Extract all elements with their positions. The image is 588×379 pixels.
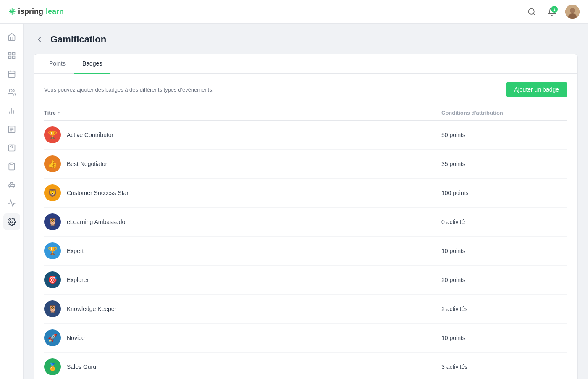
- groups-icon: [8, 181, 16, 189]
- sidebar-item-quiz[interactable]: [3, 139, 20, 156]
- badge-row[interactable]: 🎯 Explorer 20 points: [44, 266, 567, 295]
- badge-name-1: Best Negotiator: [67, 161, 108, 167]
- badge-name-7: Novice: [67, 334, 85, 341]
- badge-condition-0: 50 points: [441, 132, 567, 138]
- svg-point-27: [10, 221, 13, 223]
- svg-rect-7: [8, 56, 11, 59]
- badge-row[interactable]: 👍 Best Negotiator 35 points: [44, 150, 567, 179]
- assignments-icon: [8, 162, 16, 171]
- badge-icon-2: 🦁: [44, 184, 61, 201]
- badge-icon-6: 🦉: [44, 300, 61, 317]
- svg-rect-9: [8, 71, 15, 77]
- column-title-header: Titre ↑: [44, 110, 441, 116]
- users-icon: [8, 88, 16, 97]
- sidebar-item-groups[interactable]: [3, 176, 20, 193]
- header-actions: 2: [525, 5, 580, 19]
- badge-icon-8: 🏅: [44, 358, 61, 375]
- sort-arrow-icon: ↑: [58, 110, 60, 116]
- badge-name-8: Sales Guru: [67, 363, 96, 370]
- column-conditions-header: Conditions d'attribution: [441, 110, 567, 116]
- page-header: Gamification: [34, 34, 578, 45]
- badge-condition-4: 10 points: [441, 247, 567, 254]
- tab-badges[interactable]: Badges: [74, 54, 110, 74]
- badge-info: 🦁 Customer Success Star: [44, 184, 441, 201]
- badge-icon-3: 🦉: [44, 213, 61, 230]
- avatar-svg: [565, 5, 580, 19]
- badge-condition-3: 0 activité: [441, 218, 567, 225]
- sidebar-item-settings[interactable]: [3, 213, 20, 230]
- badges-table: Titre ↑ Conditions d'attribution 🏆 Activ…: [34, 105, 578, 379]
- avatar[interactable]: [565, 5, 580, 19]
- badge-name-2: Customer Success Star: [67, 190, 129, 196]
- badge-icon-1: 👍: [44, 155, 61, 172]
- courses-icon: [8, 51, 16, 60]
- badge-condition-1: 35 points: [441, 161, 567, 167]
- back-button[interactable]: [34, 34, 45, 45]
- badge-icon-0: 🏆: [44, 126, 61, 143]
- badge-info: 🚀 Novice: [44, 329, 441, 346]
- sidebar-item-reports[interactable]: [3, 103, 20, 119]
- gamification-card: Points Badges Vous pouvez ajouter des ba…: [34, 54, 578, 379]
- search-icon: [528, 8, 536, 16]
- quiz-icon: [8, 144, 16, 152]
- badge-row[interactable]: 🚀 Novice 10 points: [44, 324, 567, 353]
- settings-icon: [8, 218, 16, 226]
- badge-info: 🏆 Expert: [44, 242, 441, 259]
- tabs-container: Points Badges: [34, 54, 578, 74]
- svg-point-0: [529, 8, 534, 14]
- content-area: Gamification Points Badges Vous pouvez a…: [24, 24, 588, 379]
- badge-info: 🏆 Active Contributor: [44, 126, 441, 143]
- badge-row[interactable]: 🦁 Customer Success Star 100 points: [44, 179, 567, 208]
- page-title: Gamification: [50, 34, 106, 45]
- logo-learn-text: learn: [46, 7, 64, 16]
- search-button[interactable]: [525, 5, 538, 18]
- badge-name-3: eLearning Ambassador: [67, 218, 127, 225]
- sidebar-item-announcements[interactable]: [3, 195, 20, 212]
- logo-ispring-text: ispring: [18, 7, 43, 16]
- add-badge-button[interactable]: Ajouter un badge: [506, 82, 567, 97]
- badge-condition-8: 3 activités: [441, 363, 567, 370]
- notifications-button[interactable]: 2: [545, 5, 559, 18]
- badges-toolbar: Vous pouvez ajouter des badges à des dif…: [34, 74, 578, 105]
- badge-icon-5: 🎯: [44, 271, 61, 288]
- badge-name-4: Expert: [67, 247, 84, 254]
- badge-name-0: Active Contributor: [67, 132, 113, 138]
- badge-info: 🏅 Sales Guru: [44, 358, 441, 375]
- badge-condition-2: 100 points: [441, 190, 567, 196]
- app-header: ✳ ispring learn 2: [0, 0, 588, 24]
- avatar-image: [565, 5, 580, 19]
- main-layout: Gamification Points Badges Vous pouvez a…: [0, 24, 588, 379]
- back-icon: [35, 35, 44, 44]
- logo: ✳ ispring learn: [8, 7, 64, 17]
- badge-row[interactable]: 🏆 Expert 10 points: [44, 237, 567, 266]
- svg-rect-5: [8, 53, 11, 55]
- sidebar-item-catalog[interactable]: [3, 121, 20, 138]
- badge-info: 🦉 Knowledge Keeper: [44, 300, 441, 317]
- badge-row[interactable]: 🏆 Active Contributor 50 points: [44, 121, 567, 150]
- badge-info: 🦉 eLearning Ambassador: [44, 213, 441, 230]
- badge-row[interactable]: 🦉 Knowledge Keeper 2 activités: [44, 295, 567, 324]
- sidebar-item-courses[interactable]: [3, 47, 20, 64]
- home-icon: [8, 33, 16, 41]
- sidebar-item-home[interactable]: [3, 29, 20, 45]
- badge-name-6: Knowledge Keeper: [67, 305, 116, 312]
- announcements-icon: [8, 199, 16, 208]
- svg-point-3: [570, 8, 575, 13]
- badge-condition-6: 2 activités: [441, 305, 567, 312]
- sidebar-item-users[interactable]: [3, 84, 20, 101]
- svg-rect-8: [12, 56, 15, 59]
- badge-row[interactable]: 🏅 Sales Guru 3 activités: [44, 353, 567, 379]
- badge-row[interactable]: 🦉 eLearning Ambassador 0 activité: [44, 208, 567, 237]
- notification-badge: 2: [551, 6, 558, 13]
- table-header: Titre ↑ Conditions d'attribution: [44, 105, 567, 121]
- reports-icon: [8, 107, 16, 115]
- svg-rect-23: [10, 163, 13, 164]
- badge-name-5: Explorer: [67, 276, 89, 283]
- sidebar-item-calendar[interactable]: [3, 66, 20, 82]
- badge-icon-7: 🚀: [44, 329, 61, 346]
- svg-point-13: [9, 89, 12, 92]
- svg-point-24: [10, 182, 13, 184]
- tab-points[interactable]: Points: [41, 54, 74, 74]
- badge-info: 🎯 Explorer: [44, 271, 441, 288]
- sidebar-item-assignments[interactable]: [3, 158, 20, 175]
